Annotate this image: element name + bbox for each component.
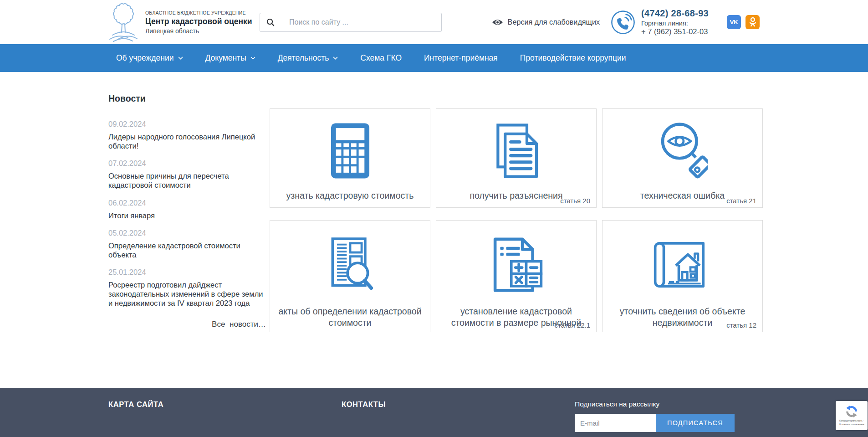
site-logo[interactable]: ОБЛАСТНОЕ БЮДЖЕТНОЕ УЧРЕЖДЕНИЕ Центр кад… xyxy=(108,0,260,44)
phone-block: (4742) 28-68-93 Горячая линия: + 7 (962)… xyxy=(611,8,709,36)
calculator-icon xyxy=(330,116,370,185)
sitemap-link[interactable]: КАРТА САЙТА xyxy=(108,400,342,409)
social-links: VK xyxy=(727,15,760,29)
service-caption: получить разъяснения xyxy=(470,190,563,201)
news-item: 07.02.2024 Основные причины для пересчет… xyxy=(108,159,266,190)
service-card-valuation-acts[interactable]: акты об определении кадастровой стоимост… xyxy=(270,220,430,332)
accessibility-label: Версия для слабовидящих xyxy=(508,18,600,26)
nav-item-activity[interactable]: Деятельность xyxy=(278,53,338,63)
vk-icon[interactable]: VK xyxy=(727,15,741,29)
nav-item-documents[interactable]: Документы xyxy=(205,53,255,63)
service-card-object-info[interactable]: уточнить сведения об объекте недвижимост… xyxy=(602,220,763,332)
news-item: 06.02.2024 Итоги января xyxy=(108,199,266,220)
subscribe-button[interactable]: ПОДПИСАТЬСЯ xyxy=(656,414,735,432)
service-card-cadastral-value[interactable]: узнать кадастровую стоимость xyxy=(270,108,430,208)
news-item: 05.02.2024 Определение кадастровой стоим… xyxy=(108,229,266,259)
service-article-ref: статья 12 xyxy=(726,321,756,329)
news-item: 09.02.2024 Лидеры народного голосования … xyxy=(108,120,266,150)
nav-item-internet-reception[interactable]: Интернет-приёмная xyxy=(424,53,498,63)
news-link[interactable]: Росреестр подготовил дайджест законодате… xyxy=(108,280,266,308)
documents-icon xyxy=(492,116,541,185)
phone-main[interactable]: (4742) 28-68-93 xyxy=(641,8,709,19)
site-header: ОБЛАСТНОЕ БЮДЖЕТНОЕ УЧРЕЖДЕНИЕ Центр кад… xyxy=(0,0,868,44)
news-link[interactable]: Лидеры народного голосования Липецкой об… xyxy=(108,132,266,150)
odnoklassniki-icon[interactable] xyxy=(745,15,760,29)
news-link[interactable]: Определение кадастровой стоимости объект… xyxy=(108,241,266,259)
eye-icon xyxy=(492,19,503,26)
nav-item-anticorruption[interactable]: Противодействие коррупции xyxy=(520,53,626,63)
service-card-technical-error[interactable]: техническая ошибка статья 21 xyxy=(602,108,763,208)
news-date: 06.02.2024 xyxy=(108,199,266,207)
service-card-market-value[interactable]: установление кадастровой стоимости в раз… xyxy=(436,220,597,332)
news-date: 25.01.2024 xyxy=(108,268,266,277)
news-link[interactable]: Итоги января xyxy=(108,211,266,220)
news-section: Новости 09.02.2024 Лидеры народного голо… xyxy=(108,93,266,329)
services-grid: узнать кадастровую стоимость xyxy=(270,108,763,332)
main-content: Новости 09.02.2024 Лидеры народного голо… xyxy=(0,72,868,332)
service-caption: узнать кадастровую стоимость xyxy=(286,190,414,201)
service-caption: акты об определении кадастровой стоимост… xyxy=(276,306,424,328)
site-search xyxy=(260,13,442,32)
service-article-ref: статья 20 xyxy=(560,197,590,205)
nav-item-about[interactable]: Об учреждении xyxy=(116,53,183,63)
newspaper-magnifier-icon xyxy=(326,228,375,301)
hotline-label: Горячая линия: xyxy=(641,20,709,27)
service-article-ref: статья 21 xyxy=(726,197,756,205)
service-caption: техническая ошибка xyxy=(640,190,725,201)
search-icon[interactable] xyxy=(266,18,275,26)
news-link[interactable]: Основные причины для пересчета кадастров… xyxy=(108,171,266,190)
nav-label: Документы xyxy=(205,53,246,63)
blueprint-house-icon xyxy=(653,228,713,301)
nav-label: Интернет-приёмная xyxy=(424,53,498,63)
accessibility-version-link[interactable]: Версия для слабовидящих xyxy=(492,18,600,26)
all-news-link[interactable]: Все новости… xyxy=(108,320,266,329)
news-heading: Новости xyxy=(108,93,266,111)
document-calculator-icon xyxy=(489,228,544,301)
nav-label: Схема ГКО xyxy=(360,53,402,63)
news-date: 09.02.2024 xyxy=(108,120,266,129)
chevron-down-icon xyxy=(250,57,255,60)
org-region-label: Липецкая область xyxy=(145,27,252,35)
org-type-label: ОБЛАСТНОЕ БЮДЖЕТНОЕ УЧРЕЖДЕНИЕ xyxy=(145,10,252,15)
nav-label: Деятельность xyxy=(278,53,329,63)
subscribe-label: Подписаться на рассылку xyxy=(575,400,735,408)
nav-label: Об учреждении xyxy=(116,53,174,63)
nav-label: Противодействие коррупции xyxy=(520,53,626,63)
phone-icon xyxy=(611,10,635,35)
news-date: 07.02.2024 xyxy=(108,159,266,168)
phone-hotline[interactable]: + 7 (962) 351-02-03 xyxy=(641,27,709,36)
org-name-label: Центр кадастровой оценки xyxy=(145,17,252,26)
search-input[interactable] xyxy=(288,18,435,27)
news-item: 25.01.2024 Росреестр подготовил дайджест… xyxy=(108,268,266,308)
contacts-link[interactable]: КОНТАКТЫ xyxy=(342,400,575,409)
service-article-ref: статья 22.1 xyxy=(555,321,590,329)
magnifier-eye-icon xyxy=(658,116,708,185)
chevron-down-icon xyxy=(178,57,183,60)
tree-logo-icon xyxy=(108,0,138,44)
service-card-clarifications[interactable]: получить разъяснения статья 20 xyxy=(436,108,597,208)
site-footer: КАРТА САЙТА КОНТАКТЫ Подписаться на расс… xyxy=(0,388,868,437)
email-field[interactable] xyxy=(575,414,656,432)
nav-item-gko-scheme[interactable]: Схема ГКО xyxy=(360,53,402,63)
recaptcha-privacy-text: Конфиденциальность - Условия использован… xyxy=(839,419,864,426)
recaptcha-badge[interactable]: Конфиденциальность - Условия использован… xyxy=(836,401,868,430)
chevron-down-icon xyxy=(333,57,338,60)
main-nav: Об учреждении Документы Деятельность Схе… xyxy=(0,44,868,72)
news-date: 05.02.2024 xyxy=(108,229,266,237)
subscribe-block: Подписаться на рассылку ПОДПИСАТЬСЯ xyxy=(575,400,735,432)
recaptcha-icon xyxy=(845,405,858,418)
